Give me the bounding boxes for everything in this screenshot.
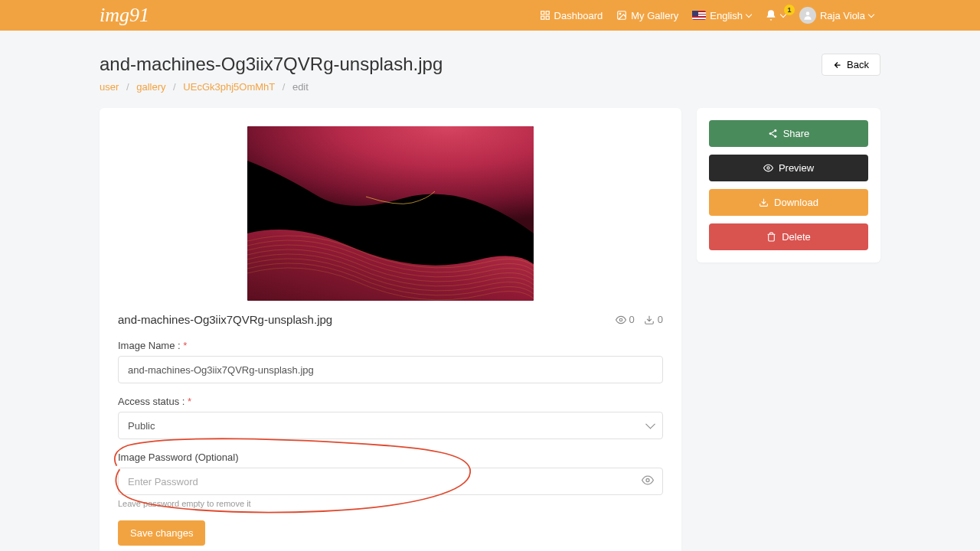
brand-logo[interactable]: img91 — [100, 4, 149, 27]
nav-user-menu[interactable]: Raja Viola — [792, 7, 880, 24]
nav-user-label: Raja Viola — [820, 10, 865, 21]
svg-rect-1 — [546, 11, 549, 15]
avatar — [799, 7, 816, 24]
downloads-count: 0 — [658, 314, 663, 325]
svg-point-6 — [806, 11, 810, 15]
breadcrumb-gallery[interactable]: gallery — [136, 81, 165, 93]
svg-point-10 — [774, 129, 776, 132]
nav-gallery[interactable]: My Gallery — [609, 10, 685, 21]
delete-label: Delete — [782, 231, 811, 243]
page-title: and-machines-Og3iix7QVRg-unsplash.jpg — [100, 54, 443, 75]
nav-dashboard-label: Dashboard — [554, 10, 603, 21]
eye-icon — [763, 163, 773, 173]
delete-button[interactable]: Delete — [709, 223, 868, 250]
trash-icon — [766, 232, 776, 242]
svg-point-5 — [619, 13, 621, 15]
downloads-stat: 0 — [644, 314, 663, 325]
download-label: Download — [774, 197, 818, 208]
download-icon — [644, 315, 655, 325]
svg-rect-3 — [546, 16, 549, 19]
download-button[interactable]: Download — [709, 189, 868, 216]
breadcrumb-id[interactable]: UEcGk3phj5OmMhT — [183, 81, 275, 93]
eye-icon — [616, 315, 626, 325]
svg-point-9 — [646, 479, 649, 482]
image-name-input[interactable] — [118, 356, 663, 383]
nav-gallery-label: My Gallery — [631, 10, 678, 21]
share-label: Share — [783, 128, 810, 139]
svg-rect-0 — [541, 11, 544, 15]
back-button-label: Back — [847, 59, 869, 70]
breadcrumb-user[interactable]: user — [100, 81, 119, 93]
share-icon — [768, 129, 778, 139]
svg-point-12 — [774, 135, 776, 138]
nav-language-label: English — [710, 10, 743, 21]
svg-point-11 — [769, 132, 771, 135]
name-label: Image Name : * — [118, 340, 663, 351]
image-preview — [247, 126, 534, 301]
password-help-text: Leave password empty to remove it — [118, 499, 663, 508]
nav-language[interactable]: English — [685, 10, 758, 21]
eye-icon — [642, 474, 654, 487]
breadcrumb-current: edit — [292, 81, 309, 93]
access-status-select[interactable] — [118, 412, 663, 439]
password-toggle[interactable] — [642, 474, 654, 489]
access-label: Access status : * — [118, 396, 663, 407]
nav-notifications[interactable]: 1 — [758, 9, 792, 21]
download-icon — [759, 197, 769, 207]
back-button[interactable]: Back — [822, 54, 880, 76]
breadcrumb: user / gallery / UEcGk3phj5OmMhT / edit — [100, 81, 443, 93]
chevron-down-icon — [868, 11, 874, 18]
save-button[interactable]: Save changes — [118, 520, 205, 546]
arrow-left-icon — [833, 60, 842, 70]
navbar: img91 Dashboard My Gallery English 1 Raj… — [0, 0, 980, 31]
svg-point-13 — [767, 167, 769, 169]
password-label: Image Password (Optional) — [118, 452, 663, 463]
edit-card: and-machines-Og3iix7QVRg-unsplash.jpg 0 … — [100, 108, 681, 551]
preview-button[interactable]: Preview — [709, 155, 868, 181]
bell-icon — [765, 9, 777, 21]
nav-dashboard[interactable]: Dashboard — [533, 10, 610, 21]
gallery-icon — [616, 10, 627, 21]
views-stat: 0 — [616, 314, 635, 325]
preview-label: Preview — [779, 162, 814, 174]
share-button[interactable]: Share — [709, 120, 868, 147]
password-input[interactable] — [118, 468, 663, 495]
svg-rect-2 — [541, 16, 544, 19]
svg-point-8 — [619, 318, 622, 321]
actions-card: Share Preview Download Delete — [697, 108, 880, 262]
views-count: 0 — [629, 314, 635, 325]
dashboard-icon — [540, 10, 550, 21]
image-filename: and-machines-Og3iix7QVRg-unsplash.jpg — [118, 313, 332, 326]
flag-us-icon — [692, 11, 706, 20]
chevron-down-icon — [746, 11, 752, 18]
